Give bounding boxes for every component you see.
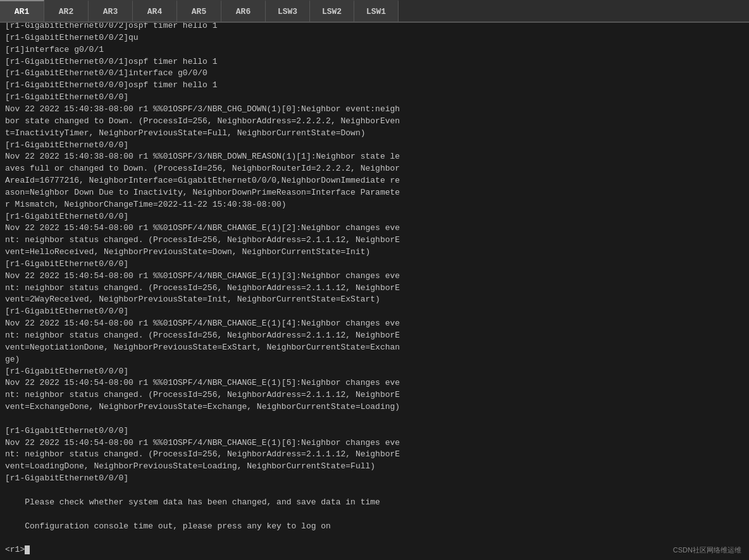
terminal-line: Nov 22 2022 15:40:54-08:00 r1 %%01OSPF/4… <box>5 318 744 330</box>
terminal-line: t=InactivityTimer, NeighborPreviousState… <box>5 128 744 140</box>
terminal-content: Enter system view, return user view with… <box>5 23 744 556</box>
tab-lsw3[interactable]: LSW3 <box>266 0 310 21</box>
terminal-line: nt: neighbor status changed. (ProcessId=… <box>5 389 744 401</box>
terminal-line: [r1-GigabitEthernet0/0/0] <box>5 140 744 152</box>
terminal-line: nt: neighbor status changed. (ProcessId=… <box>5 234 744 247</box>
terminal-line: [r1-GigabitEthernet0/0/0] <box>5 473 744 485</box>
tab-lsw2[interactable]: LSW2 <box>310 0 354 21</box>
terminal-line: Please check whether system data has bee… <box>5 497 744 509</box>
terminal-line: nt: neighbor status changed. (ProcessId=… <box>5 449 744 461</box>
terminal-line: Configuration console time out, please p… <box>5 521 744 533</box>
terminal-line: [r1-GigabitEthernet0/0/0] <box>5 259 744 271</box>
terminal-line: vent=2WayReceived, NeighborPreviousState… <box>5 294 744 306</box>
tab-lsw1[interactable]: LSW1 <box>354 0 399 21</box>
terminal-line: [r1-GigabitEthernet0/0/0] <box>5 92 744 104</box>
terminal-line: [r1-GigabitEthernet0/0/2]ospf timer hell… <box>5 23 744 32</box>
terminal-line: [r1-GigabitEthernet0/0/0] <box>5 211 744 223</box>
terminal-line: Nov 22 2022 15:40:54-08:00 r1 %%01OSPF/4… <box>5 377 744 389</box>
terminal-line: vent=HelloReceived, NeighborPreviousStat… <box>5 247 744 259</box>
terminal-line: vent=NegotiationDone, NeighborPreviousSt… <box>5 342 744 354</box>
terminal-line: Nov 22 2022 15:40:54-08:00 r1 %%01OSPF/4… <box>5 271 744 283</box>
terminal-line: [r1-GigabitEthernet0/0/2]qu <box>5 32 744 44</box>
terminal-line: bor state changed to Down. (ProcessId=25… <box>5 116 744 128</box>
terminal-line: Nov 22 2022 15:40:54-08:00 r1 %%01OSPF/4… <box>5 437 744 449</box>
tab-ar2[interactable]: AR2 <box>44 0 89 21</box>
terminal-line: [r1]interface g0/0/1 <box>5 44 744 56</box>
terminal-line <box>5 509 744 521</box>
tab-ar5[interactable]: AR5 <box>177 0 221 21</box>
terminal-line: vent=ExchangeDone, NeighborPreviousState… <box>5 401 744 413</box>
terminal-line: [r1-GigabitEthernet0/0/1]interface g0/0/… <box>5 68 744 80</box>
terminal-line: ge) <box>5 354 744 366</box>
watermark: CSDN社区网络维运维 <box>673 545 741 555</box>
terminal-line: [r1-GigabitEthernet0/0/0] <box>5 366 744 378</box>
terminal-line: r Mismatch, NeighborChangeTime=2022-11-2… <box>5 199 744 211</box>
terminal[interactable]: Enter system view, return user view with… <box>0 23 749 560</box>
terminal-line: [r1-GigabitEthernet0/0/0]ospf timer hell… <box>5 80 744 92</box>
terminal-line: <r1> <box>5 544 744 556</box>
terminal-line: Nov 22 2022 15:40:38-08:00 r1 %%01OSPF/3… <box>5 104 744 116</box>
terminal-cursor <box>25 545 30 554</box>
terminal-line: AreaId=16777216, NeighborInterface=Gigab… <box>5 175 744 187</box>
terminal-line: ason=Neighbor Down Due to Inactivity, Ne… <box>5 187 744 199</box>
terminal-line: [r1-GigabitEthernet0/0/1]ospf timer hell… <box>5 56 744 68</box>
terminal-line: nt: neighbor status changed. (ProcessId=… <box>5 283 744 295</box>
terminal-line: [r1-GigabitEthernet0/0/0] <box>5 306 744 318</box>
terminal-line: Nov 22 2022 15:40:38-08:00 r1 %%01OSPF/3… <box>5 151 744 163</box>
tab-bar: AR1AR2AR3AR4AR5AR6LSW3LSW2LSW1 <box>0 0 749 23</box>
terminal-line: aves full or changed to Down. (ProcessId… <box>5 163 744 175</box>
terminal-line: vent=LoadingDone, NeighborPreviousState=… <box>5 461 744 473</box>
tab-ar6[interactable]: AR6 <box>221 0 266 21</box>
terminal-line: nt: neighbor status changed. (ProcessId=… <box>5 330 744 342</box>
tab-ar3[interactable]: AR3 <box>89 0 133 21</box>
tab-ar1[interactable]: AR1 <box>0 0 44 21</box>
terminal-line: [r1-GigabitEthernet0/0/0] <box>5 425 744 437</box>
terminal-line <box>5 485 744 497</box>
terminal-line <box>5 532 744 544</box>
terminal-line <box>5 413 744 425</box>
terminal-line: Nov 22 2022 15:40:54-08:00 r1 %%01OSPF/4… <box>5 222 744 234</box>
tab-ar4[interactable]: AR4 <box>133 0 177 21</box>
